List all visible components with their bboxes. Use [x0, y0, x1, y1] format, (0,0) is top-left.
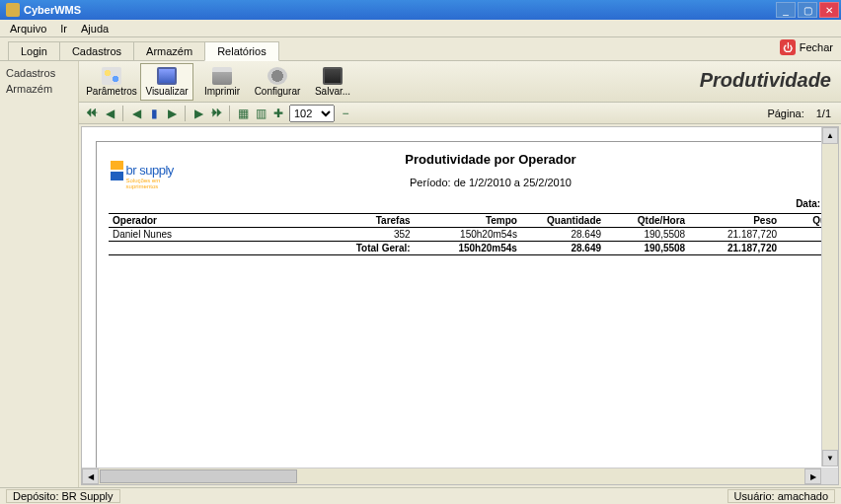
cell-tempo: 150h20m54s — [415, 228, 521, 242]
total-label: Total Geral: — [276, 242, 414, 255]
prev-page-icon[interactable]: ◀ — [103, 107, 116, 120]
tool-label: Salvar... — [315, 86, 350, 97]
total-tempo: 150h20m54s — [415, 242, 521, 255]
tab-armazem[interactable]: Armazém — [133, 41, 205, 60]
prev-nav-icon[interactable]: ◀ — [129, 107, 143, 120]
zoom-select[interactable]: 102 — [289, 105, 335, 122]
zoom-out-icon[interactable]: − — [339, 107, 352, 120]
close-button[interactable]: ✕ — [819, 2, 839, 18]
total-row: Total Geral: 150h20m54s 28.649 190,5508 … — [109, 242, 839, 255]
report-page: br supply Soluções em suprimentos Produt… — [96, 141, 839, 485]
save-icon — [323, 67, 343, 85]
visualizar-icon — [157, 67, 177, 85]
col-tarefas: Tarefas — [276, 214, 414, 228]
tool-label: Parâmetros — [86, 86, 137, 97]
minimize-button[interactable]: _ — [776, 2, 796, 18]
nav-toolbar: ⯬ ◀ ◀ ▮ ▶ ▶ ⯮ ▦ ▥ ✚ 102 − Página: 1/1 — [79, 103, 841, 124]
logo-bars-icon — [111, 161, 123, 190]
statusbar: Depósito: BR Supply Usuário: amachado — [0, 487, 841, 504]
menu-label: Arquivo — [10, 23, 46, 35]
vertical-scrollbar[interactable]: ▲ ▼ — [821, 127, 838, 467]
cell-quantidade: 28.649 — [521, 228, 605, 242]
tab-cadastros[interactable]: Cadastros — [59, 41, 134, 60]
power-icon: ⏻ — [780, 39, 796, 55]
first-page-icon[interactable]: ⯬ — [85, 107, 99, 120]
fechar-button[interactable]: ⏻ Fechar — [780, 39, 833, 55]
report-toolbar: Parâmetros Visualizar Imprimir Configura… — [79, 61, 841, 103]
logo-subtitle: Soluções em suprimentos — [126, 178, 180, 189]
table-row: Daniel Nunes 352 150h20m54s 28.649 190,5… — [109, 228, 839, 242]
logo-text: br supply — [126, 163, 180, 178]
menu-label: Ir — [60, 23, 67, 35]
cell-peso: 21.187,720 — [689, 228, 781, 242]
scroll-left-icon[interactable]: ◀ — [82, 468, 99, 484]
col-qtdehora: Qtde/Hora — [605, 214, 689, 228]
window-title: CyberWMS — [24, 4, 81, 16]
salvar-button[interactable]: Salvar... — [306, 63, 359, 101]
report-date: Data: 25/2/2010 — [109, 198, 839, 209]
fechar-label: Fechar — [800, 41, 833, 53]
page-title: Produtividade — [700, 69, 831, 92]
app-icon — [6, 3, 20, 17]
menu-label: Ajuda — [81, 23, 109, 35]
tool-label: Configurar — [255, 86, 301, 97]
date-label: Data: — [796, 198, 820, 209]
page-number: 1/1 — [816, 108, 831, 119]
parametros-button[interactable]: Parâmetros — [85, 63, 138, 101]
maximize-button[interactable]: ▢ — [798, 2, 817, 18]
col-operador: Operador — [109, 214, 276, 228]
visualizar-button[interactable]: Visualizar — [140, 63, 193, 101]
tab-login[interactable]: Login — [8, 41, 60, 60]
tab-relatorios[interactable]: Relatórios — [204, 41, 279, 61]
total-peso: 21.187,720 — [689, 242, 781, 255]
menu-ajuda[interactable]: Ajuda — [75, 22, 115, 36]
titlebar: CyberWMS _ ▢ ✕ — [0, 0, 841, 20]
cell-operador: Daniel Nunes — [109, 228, 276, 242]
report-period: Período: de 1/2/2010 a 25/2/2010 — [109, 177, 839, 188]
report-table: Operador Tarefas Tempo Quantidade Qtde/H… — [109, 213, 839, 255]
separator — [229, 106, 230, 121]
scroll-up-icon[interactable]: ▲ — [822, 127, 838, 144]
tabbar: Login Cadastros Armazém Relatórios ⏻ Fec… — [0, 37, 841, 61]
gear-icon — [268, 67, 287, 85]
menu-arquivo[interactable]: Arquivo — [4, 22, 52, 36]
tool-label: Visualizar — [145, 86, 188, 97]
print-icon — [212, 67, 232, 85]
horizontal-scrollbar[interactable]: ◀ ▶ — [82, 468, 821, 484]
col-quantidade: Quantidade — [521, 214, 605, 228]
sidebar-item-cadastros[interactable]: Cadastros — [4, 65, 74, 81]
scroll-thumb[interactable] — [100, 469, 297, 483]
separator — [122, 106, 123, 121]
status-deposito: Depósito: BR Supply — [6, 489, 120, 503]
imprimir-button[interactable]: Imprimir — [195, 63, 249, 101]
configurar-button[interactable]: Configurar — [251, 63, 304, 101]
parametros-icon — [102, 67, 121, 85]
next-page-icon[interactable]: ▶ — [191, 107, 205, 120]
last-page-icon[interactable]: ⯮ — [209, 107, 223, 120]
separator — [185, 106, 186, 121]
tool-label: Imprimir — [204, 86, 240, 97]
report-area: br supply Soluções em suprimentos Produt… — [81, 126, 839, 485]
fit-page-icon[interactable]: ▦ — [236, 107, 250, 120]
report-title: Produtividade por Operador — [109, 152, 839, 167]
scroll-right-icon[interactable]: ▶ — [804, 468, 821, 484]
logo: br supply Soluções em suprimentos — [111, 158, 190, 193]
fit-width-icon[interactable]: ▥ — [254, 107, 268, 120]
scroll-corner — [821, 468, 838, 484]
next-nav-icon[interactable]: ▶ — [165, 107, 179, 120]
sidebar-item-armazem[interactable]: Armazém — [4, 81, 74, 97]
menu-ir[interactable]: Ir — [54, 22, 73, 36]
col-peso: Peso — [689, 214, 781, 228]
menubar: Arquivo Ir Ajuda — [0, 20, 841, 37]
total-quantidade: 28.649 — [521, 242, 605, 255]
col-tempo: Tempo — [415, 214, 521, 228]
zoom-in-icon[interactable]: ✚ — [271, 107, 285, 120]
status-usuario: Usuário: amachado — [727, 489, 835, 503]
cell-tarefas: 352 — [276, 228, 414, 242]
total-qtdehora: 190,5508 — [605, 242, 689, 255]
page-label: Página: — [767, 108, 803, 119]
cell-qtdehora: 190,5508 — [605, 228, 689, 242]
sidebar: Cadastros Armazém — [0, 61, 79, 487]
bookmark-icon[interactable]: ▮ — [147, 107, 161, 120]
scroll-down-icon[interactable]: ▼ — [822, 450, 838, 467]
